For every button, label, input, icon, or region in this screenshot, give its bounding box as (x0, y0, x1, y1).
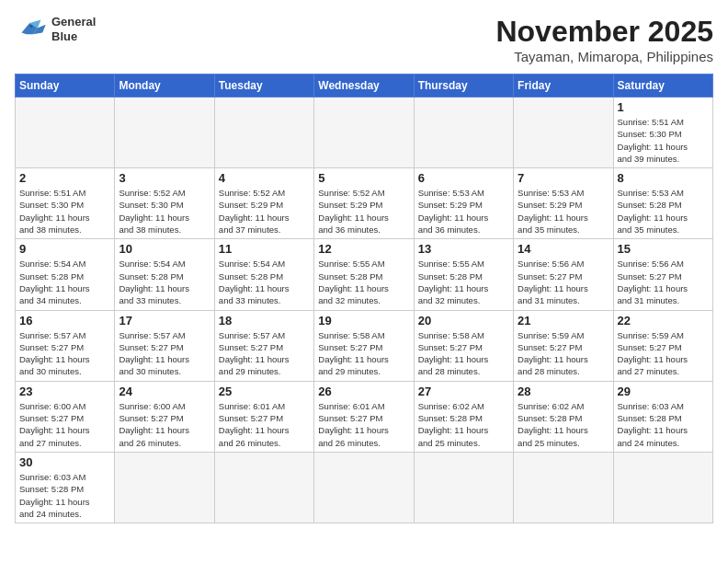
day-number: 27 (418, 385, 509, 398)
day-info: Sunrise: 5:57 AM Sunset: 5:27 PM Dayligh… (19, 329, 110, 378)
calendar-cell: 28Sunrise: 6:02 AM Sunset: 5:28 PM Dayli… (514, 381, 613, 452)
calendar-cell: 11Sunrise: 5:54 AM Sunset: 5:28 PM Dayli… (214, 239, 313, 310)
day-number: 22 (618, 314, 709, 327)
day-info: Sunrise: 6:00 AM Sunset: 5:27 PM Dayligh… (119, 400, 210, 449)
logo: General Blue (15, 15, 96, 43)
day-info: Sunrise: 5:56 AM Sunset: 5:27 PM Dayligh… (518, 258, 609, 306)
calendar-cell (414, 452, 513, 523)
calendar-cell: 29Sunrise: 6:03 AM Sunset: 5:28 PM Dayli… (613, 381, 712, 452)
calendar-cell: 14Sunrise: 5:56 AM Sunset: 5:27 PM Dayli… (514, 239, 613, 310)
day-number: 2 (19, 171, 110, 185)
weekday-header-row: SundayMondayTuesdayWednesdayThursdayFrid… (16, 75, 713, 98)
calendar-cell (214, 452, 313, 523)
day-number: 14 (518, 242, 609, 256)
day-number: 15 (618, 242, 709, 256)
day-number: 11 (219, 242, 310, 256)
weekday-header-thursday: Thursday (414, 75, 513, 98)
day-number: 21 (518, 314, 609, 327)
day-number: 10 (119, 242, 210, 256)
day-info: Sunrise: 5:54 AM Sunset: 5:28 PM Dayligh… (219, 258, 310, 306)
day-info: Sunrise: 6:00 AM Sunset: 5:27 PM Dayligh… (19, 400, 110, 449)
day-info: Sunrise: 5:54 AM Sunset: 5:28 PM Dayligh… (119, 258, 210, 306)
weekday-header-friday: Friday (514, 75, 613, 98)
calendar-cell: 8Sunrise: 5:53 AM Sunset: 5:28 PM Daylig… (613, 168, 712, 239)
day-number: 23 (19, 385, 110, 398)
calendar-cell (214, 98, 313, 168)
calendar-week-row: 2Sunrise: 5:51 AM Sunset: 5:30 PM Daylig… (16, 168, 713, 239)
day-number: 20 (418, 314, 509, 327)
day-info: Sunrise: 5:51 AM Sunset: 5:30 PM Dayligh… (19, 187, 110, 236)
day-info: Sunrise: 5:55 AM Sunset: 5:28 PM Dayligh… (318, 258, 409, 306)
calendar-cell: 12Sunrise: 5:55 AM Sunset: 5:28 PM Dayli… (314, 239, 414, 310)
calendar-cell: 21Sunrise: 5:59 AM Sunset: 5:27 PM Dayli… (514, 310, 613, 381)
day-number: 9 (19, 242, 110, 256)
calendar-cell (314, 98, 414, 168)
day-info: Sunrise: 6:03 AM Sunset: 5:28 PM Dayligh… (19, 471, 110, 520)
calendar-cell: 18Sunrise: 5:57 AM Sunset: 5:27 PM Dayli… (214, 310, 313, 381)
calendar-cell: 25Sunrise: 6:01 AM Sunset: 5:27 PM Dayli… (214, 381, 313, 452)
day-info: Sunrise: 5:51 AM Sunset: 5:30 PM Dayligh… (618, 116, 709, 165)
day-info: Sunrise: 5:53 AM Sunset: 5:29 PM Dayligh… (518, 187, 609, 236)
day-info: Sunrise: 6:03 AM Sunset: 5:28 PM Dayligh… (618, 400, 709, 449)
day-info: Sunrise: 5:53 AM Sunset: 5:29 PM Dayligh… (418, 187, 509, 236)
calendar-cell: 7Sunrise: 5:53 AM Sunset: 5:29 PM Daylig… (514, 168, 613, 239)
day-info: Sunrise: 6:02 AM Sunset: 5:28 PM Dayligh… (418, 400, 509, 449)
day-number: 16 (19, 314, 110, 327)
calendar-week-row: 16Sunrise: 5:57 AM Sunset: 5:27 PM Dayli… (16, 310, 713, 381)
day-info: Sunrise: 5:52 AM Sunset: 5:29 PM Dayligh… (219, 187, 310, 236)
day-number: 19 (318, 314, 409, 327)
svg-point-3 (29, 24, 33, 28)
weekday-header-wednesday: Wednesday (314, 75, 414, 98)
calendar-cell (514, 98, 613, 168)
title-block: November 2025 Tayaman, Mimaropa, Philipp… (495, 15, 713, 64)
calendar-cell: 20Sunrise: 5:58 AM Sunset: 5:27 PM Dayli… (414, 310, 513, 381)
day-info: Sunrise: 6:01 AM Sunset: 5:27 PM Dayligh… (318, 400, 409, 449)
day-number: 28 (518, 385, 609, 398)
day-info: Sunrise: 5:52 AM Sunset: 5:29 PM Dayligh… (318, 187, 409, 236)
day-info: Sunrise: 5:53 AM Sunset: 5:28 PM Dayligh… (618, 187, 709, 236)
calendar-cell: 2Sunrise: 5:51 AM Sunset: 5:30 PM Daylig… (16, 168, 115, 239)
day-number: 24 (119, 385, 210, 398)
calendar-cell: 4Sunrise: 5:52 AM Sunset: 5:29 PM Daylig… (214, 168, 313, 239)
calendar-cell: 26Sunrise: 6:01 AM Sunset: 5:27 PM Dayli… (314, 381, 414, 452)
calendar-table: SundayMondayTuesdayWednesdayThursdayFrid… (15, 74, 713, 523)
calendar-cell: 27Sunrise: 6:02 AM Sunset: 5:28 PM Dayli… (414, 381, 513, 452)
calendar-cell: 3Sunrise: 5:52 AM Sunset: 5:30 PM Daylig… (115, 168, 214, 239)
calendar-cell: 15Sunrise: 5:56 AM Sunset: 5:27 PM Dayli… (613, 239, 712, 310)
calendar-cell: 1Sunrise: 5:51 AM Sunset: 5:30 PM Daylig… (613, 98, 712, 168)
calendar-cell (314, 452, 414, 523)
day-info: Sunrise: 5:58 AM Sunset: 5:27 PM Dayligh… (318, 329, 409, 378)
page-header: General Blue November 2025 Tayaman, Mima… (15, 15, 713, 64)
day-info: Sunrise: 5:57 AM Sunset: 5:27 PM Dayligh… (119, 329, 210, 378)
day-number: 26 (318, 385, 409, 398)
day-number: 7 (518, 171, 609, 185)
day-info: Sunrise: 5:54 AM Sunset: 5:28 PM Dayligh… (19, 258, 110, 306)
day-number: 12 (318, 242, 409, 256)
weekday-header-saturday: Saturday (613, 75, 712, 98)
calendar-cell: 10Sunrise: 5:54 AM Sunset: 5:28 PM Dayli… (115, 239, 214, 310)
weekday-header-sunday: Sunday (16, 75, 115, 98)
day-number: 18 (219, 314, 310, 327)
day-info: Sunrise: 5:56 AM Sunset: 5:27 PM Dayligh… (618, 258, 709, 306)
day-number: 5 (318, 171, 409, 185)
calendar-cell: 24Sunrise: 6:00 AM Sunset: 5:27 PM Dayli… (115, 381, 214, 452)
calendar-cell (613, 452, 712, 523)
calendar-cell: 19Sunrise: 5:58 AM Sunset: 5:27 PM Dayli… (314, 310, 414, 381)
logo-text: General Blue (51, 15, 96, 43)
day-info: Sunrise: 6:01 AM Sunset: 5:27 PM Dayligh… (219, 400, 310, 449)
day-number: 13 (418, 242, 509, 256)
calendar-cell: 9Sunrise: 5:54 AM Sunset: 5:28 PM Daylig… (16, 239, 115, 310)
calendar-cell: 23Sunrise: 6:00 AM Sunset: 5:27 PM Dayli… (16, 381, 115, 452)
calendar-cell: 16Sunrise: 5:57 AM Sunset: 5:27 PM Dayli… (16, 310, 115, 381)
calendar-cell (115, 452, 214, 523)
day-info: Sunrise: 6:02 AM Sunset: 5:28 PM Dayligh… (518, 400, 609, 449)
day-info: Sunrise: 5:57 AM Sunset: 5:27 PM Dayligh… (219, 329, 310, 378)
calendar-week-row: 23Sunrise: 6:00 AM Sunset: 5:27 PM Dayli… (16, 381, 713, 452)
day-number: 4 (219, 171, 310, 185)
calendar-cell (115, 98, 214, 168)
calendar-cell: 5Sunrise: 5:52 AM Sunset: 5:29 PM Daylig… (314, 168, 414, 239)
day-info: Sunrise: 5:58 AM Sunset: 5:27 PM Dayligh… (418, 329, 509, 378)
day-number: 25 (219, 385, 310, 398)
calendar-week-row: 30Sunrise: 6:03 AM Sunset: 5:28 PM Dayli… (16, 452, 713, 523)
day-info: Sunrise: 5:59 AM Sunset: 5:27 PM Dayligh… (618, 329, 709, 378)
